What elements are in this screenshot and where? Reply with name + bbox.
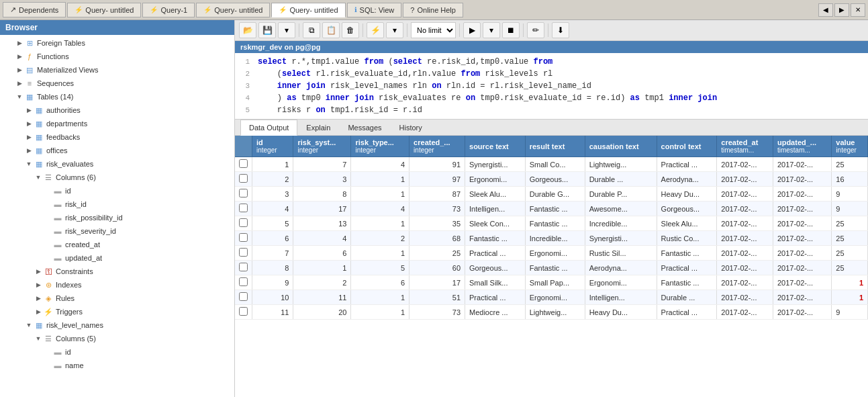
col-header-updated-at[interactable]: updated_...timestam... bbox=[773, 136, 831, 157]
download-button[interactable]: ⬇ bbox=[552, 22, 569, 38]
row-checkbox[interactable] bbox=[235, 231, 252, 246]
sidebar-item-columns-6[interactable]: ▼ ☰ Columns (6) bbox=[0, 171, 234, 184]
sidebar-item-authorities[interactable]: ▶ ▦ authorities bbox=[0, 103, 234, 117]
row-checkbox[interactable] bbox=[235, 275, 252, 290]
table-cell: 8 bbox=[293, 187, 351, 202]
sidebar-item-rules[interactable]: ▶ ◈ Rules bbox=[0, 292, 234, 305]
code-editor[interactable]: 1 select r.*,tmp1.value from (select re.… bbox=[235, 53, 868, 120]
table-cell: 35 bbox=[409, 216, 465, 231]
tab-prev-button[interactable]: ◀ bbox=[818, 3, 833, 17]
tab-dependents[interactable]: ↗ Dependents bbox=[3, 2, 66, 17]
sidebar-item-col-id[interactable]: ▬ id bbox=[0, 184, 234, 197]
sidebar-item-sequences[interactable]: ▶ ≡ Sequences bbox=[0, 77, 234, 90]
col-header-causation[interactable]: causation text bbox=[585, 136, 657, 157]
tab-query-1[interactable]: ⚡ Query-1 bbox=[142, 3, 195, 17]
row-checkbox[interactable] bbox=[235, 261, 252, 275]
sidebar-item-risk-evaluates[interactable]: ▼ ▦ risk_evaluates bbox=[0, 157, 234, 171]
col-header-created[interactable]: created_...integer bbox=[409, 136, 465, 157]
col-header-control[interactable]: control text bbox=[657, 136, 717, 157]
row-checkbox[interactable] bbox=[235, 187, 252, 202]
table-cell: 7 bbox=[252, 246, 293, 261]
filter-button[interactable]: ⚡ bbox=[367, 22, 384, 38]
separator bbox=[363, 24, 363, 37]
row-checkbox[interactable] bbox=[235, 157, 252, 172]
sidebar-item-offices[interactable]: ▶ ▦ offices bbox=[0, 144, 234, 157]
stop-button[interactable]: ⏹ bbox=[502, 22, 520, 38]
tab-online-help[interactable]: ? Online Help bbox=[403, 3, 463, 17]
table-row: 76125Practical ...Ergonomi...Rustic Sil.… bbox=[235, 246, 868, 261]
tab-explain[interactable]: Explain bbox=[297, 120, 339, 135]
column-icon: ▬ bbox=[52, 185, 63, 196]
tab-query-untitled-3[interactable]: ⚡ Query- untitled bbox=[271, 3, 345, 17]
sidebar-item-col-risk-id[interactable]: ▬ risk_id bbox=[0, 197, 234, 211]
delete-button[interactable]: 🗑 bbox=[342, 22, 359, 38]
table-cell: 9 bbox=[832, 202, 868, 216]
sidebar-item-col-updated-at[interactable]: ▬ updated_at bbox=[0, 251, 234, 265]
row-checkbox[interactable] bbox=[235, 172, 252, 187]
paste-button[interactable]: 📋 bbox=[322, 22, 340, 38]
sidebar-item-col-risk-possibility-id[interactable]: ▬ risk_possibility_id bbox=[0, 211, 234, 224]
sidebar-item-columns-5[interactable]: ▼ ☰ Columns (5) bbox=[0, 332, 234, 345]
tab-close-button[interactable]: ✕ bbox=[851, 3, 865, 17]
copy-button[interactable]: ⧉ bbox=[303, 22, 320, 38]
col-header-created-at[interactable]: created_attimestam... bbox=[717, 136, 773, 157]
sidebar-item-tables[interactable]: ▼ ▦ Tables (14) bbox=[0, 90, 234, 103]
row-checkbox[interactable] bbox=[235, 290, 252, 305]
view-icon: ▤ bbox=[24, 64, 35, 75]
tab-next-button[interactable]: ▶ bbox=[834, 3, 849, 17]
col-header-value[interactable]: valueinteger bbox=[832, 136, 868, 157]
sidebar-item-triggers[interactable]: ▶ ⚡ Triggers bbox=[0, 305, 234, 318]
run-button[interactable]: ▶ bbox=[463, 22, 481, 38]
save-button[interactable]: 💾 bbox=[258, 22, 276, 38]
run-dropdown[interactable]: ▾ bbox=[483, 22, 500, 38]
table-cell: 97 bbox=[409, 172, 465, 187]
table-cell: Ergonomi... bbox=[525, 290, 585, 305]
code-line-5: 5 risks r on tmp1.risk_id = r.id bbox=[235, 104, 868, 116]
open-button[interactable]: 📂 bbox=[239, 22, 256, 38]
limit-selector: No limit 10 50 100 bbox=[411, 22, 456, 38]
sidebar-item-departments[interactable]: ▶ ▦ departments bbox=[0, 117, 234, 130]
tab-history[interactable]: History bbox=[391, 120, 431, 135]
tab-query-untitled-1[interactable]: ⚡ Query- untitled bbox=[67, 3, 141, 17]
sidebar-item-col2-name[interactable]: ▬ name bbox=[0, 359, 234, 372]
sidebar-item-col2-id[interactable]: ▬ id bbox=[0, 345, 234, 359]
sidebar-item-feedbacks[interactable]: ▶ ▦ feedbacks bbox=[0, 130, 234, 144]
filter-dropdown[interactable]: ▾ bbox=[386, 22, 403, 38]
rules-icon: ◈ bbox=[43, 293, 54, 304]
tab-messages[interactable]: Messages bbox=[339, 120, 390, 135]
row-checkbox[interactable] bbox=[235, 305, 252, 320]
limit-select[interactable]: No limit 10 50 100 bbox=[411, 22, 456, 38]
table-cell: Aerodyna... bbox=[657, 172, 717, 187]
columns-icon: ☰ bbox=[43, 172, 54, 183]
col-header-id[interactable]: idinteger bbox=[252, 136, 293, 157]
table-cell: 2017-02-... bbox=[773, 202, 831, 216]
table-cell: 2017-02-... bbox=[773, 275, 831, 290]
table-cell: 2017-02-... bbox=[717, 187, 773, 202]
table-cell: 68 bbox=[409, 231, 465, 246]
data-grid: idinteger risk_syst...integer risk_type.… bbox=[235, 136, 868, 320]
tab-query-untitled-2[interactable]: ⚡ Query- untitled bbox=[196, 3, 270, 17]
col-header-risk-type[interactable]: risk_type...integer bbox=[351, 136, 409, 157]
sidebar-item-col-created-at[interactable]: ▬ created_at bbox=[0, 238, 234, 251]
sidebar-item-foreign-tables[interactable]: ▶ ⊞ Foreign Tables bbox=[0, 36, 234, 50]
sidebar-item-constraints[interactable]: ▶ ⚿ Constraints bbox=[0, 265, 234, 278]
row-checkbox[interactable] bbox=[235, 216, 252, 231]
tab-data-output[interactable]: Data Output bbox=[240, 120, 297, 136]
table-cell: 1 bbox=[351, 246, 409, 261]
sidebar-item-materialized-views[interactable]: ▶ ▤ Materialized Views bbox=[0, 63, 234, 77]
col-header-risk-syst[interactable]: risk_syst...integer bbox=[293, 136, 351, 157]
sidebar-item-col-risk-severity-id[interactable]: ▬ risk_severity_id bbox=[0, 224, 234, 238]
tab-sql-view[interactable]: ℹ SQL: View bbox=[347, 3, 402, 17]
sidebar-item-risk-level-names[interactable]: ▼ ▦ risk_level_names bbox=[0, 318, 234, 332]
col-header-source[interactable]: source text bbox=[465, 136, 526, 157]
edit-button[interactable]: ✏ bbox=[527, 22, 544, 38]
col-header-result[interactable]: result text bbox=[525, 136, 585, 157]
save-dropdown[interactable]: ▾ bbox=[278, 22, 295, 38]
table-cell: Synergisti... bbox=[465, 157, 526, 172]
sidebar-item-label: Sequences bbox=[37, 79, 74, 87]
table-cell: 11 bbox=[252, 305, 293, 320]
row-checkbox[interactable] bbox=[235, 202, 252, 216]
sidebar-item-functions[interactable]: ▶ ƒ Functions bbox=[0, 50, 234, 63]
sidebar-item-indexes[interactable]: ▶ ⊛ Indexes bbox=[0, 278, 234, 292]
row-checkbox[interactable] bbox=[235, 246, 252, 261]
